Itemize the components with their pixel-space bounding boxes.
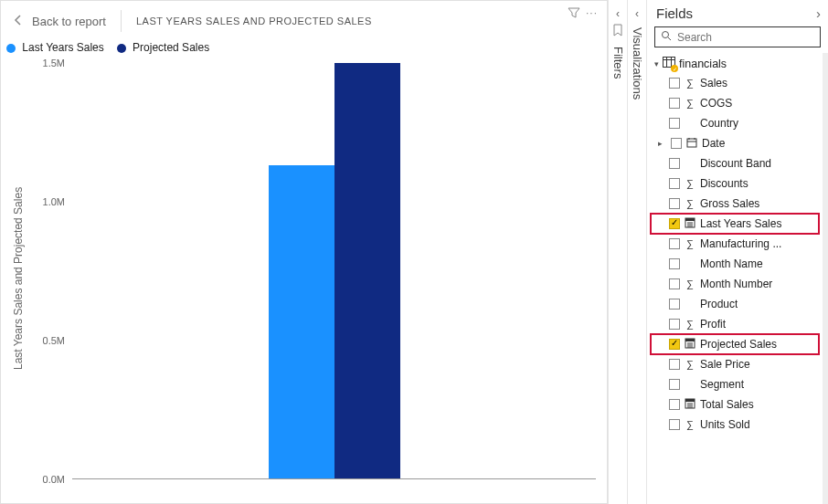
field-checkbox[interactable]	[669, 359, 680, 370]
field-checkbox[interactable]	[669, 78, 680, 89]
field-row[interactable]: ∑Sales	[651, 73, 823, 93]
field-row[interactable]: Month Name	[651, 254, 823, 274]
field-checkbox[interactable]	[669, 319, 680, 330]
chevron-left-icon: ‹	[609, 7, 627, 20]
field-name: Discounts	[700, 177, 748, 190]
sigma-icon: ∑	[684, 98, 696, 109]
legend-swatch-icon	[117, 44, 126, 53]
field-checkbox[interactable]	[669, 258, 680, 269]
search-box[interactable]	[654, 26, 821, 47]
visualizations-pane-collapsed[interactable]: ‹ Visualizations	[627, 0, 646, 504]
more-options-icon[interactable]: ···	[586, 6, 598, 22]
y-tick: 1.0M	[32, 196, 65, 207]
field-checkbox[interactable]	[669, 419, 680, 430]
field-checkbox[interactable]	[669, 218, 680, 229]
legend-item[interactable]: Last Years Sales	[6, 41, 104, 54]
field-name: Total Sales	[700, 398, 754, 411]
field-name: Country	[700, 117, 738, 130]
field-checkbox[interactable]	[669, 118, 680, 129]
field-row[interactable]: ∑COGS	[651, 93, 823, 113]
legend-swatch-icon	[6, 44, 16, 53]
field-name: Manufacturing ...	[700, 237, 781, 250]
field-row[interactable]: ▸Date	[651, 133, 823, 153]
sigma-icon: ∑	[684, 238, 696, 249]
svg-rect-11	[685, 218, 695, 221]
sigma-icon: ∑	[684, 319, 696, 330]
field-row[interactable]: ∑Manufacturing ...	[651, 234, 823, 254]
field-row[interactable]: ∑Gross Sales	[651, 194, 823, 214]
field-row[interactable]: ∑Discounts	[651, 173, 823, 194]
back-to-report-button[interactable]: Back to report	[14, 14, 106, 29]
chart-legend: Last Years Sales Projected Sales	[1, 37, 607, 56]
report-visual-area: Back to report LAST YEARS SALES AND PROJ…	[0, 0, 608, 504]
bar[interactable]	[269, 165, 334, 478]
field-name: Segment	[700, 378, 744, 391]
field-name: Month Name	[700, 257, 763, 270]
y-axis-label: Last Years Sales and Projected Sales	[8, 63, 28, 494]
field-name: Product	[700, 298, 738, 310]
chevron-right-icon[interactable]: ›	[816, 5, 821, 21]
sigma-icon: ∑	[684, 78, 696, 89]
field-checkbox[interactable]	[669, 339, 680, 350]
legend-item[interactable]: Projected Sales	[117, 41, 209, 54]
svg-rect-21	[685, 399, 695, 402]
chart-plot[interactable]: 1.5M 1.0M 0.5M 0.0M	[32, 63, 598, 494]
svg-line-1	[668, 37, 671, 40]
field-checkbox[interactable]	[669, 98, 680, 109]
legend-label: Projected Sales	[133, 41, 209, 54]
svg-rect-16	[685, 339, 695, 341]
field-row[interactable]: Last Years Sales	[651, 214, 819, 234]
field-row[interactable]: ∑Month Number	[651, 274, 823, 294]
field-row[interactable]: ∑Units Sold	[651, 415, 823, 435]
bar[interactable]	[334, 63, 400, 478]
field-row[interactable]: Segment	[651, 374, 823, 394]
search-input[interactable]	[677, 31, 814, 44]
chevron-left-icon	[14, 14, 23, 29]
field-row[interactable]: ∑Profit	[651, 314, 823, 334]
bookmark-icon	[609, 24, 627, 39]
svg-point-0	[663, 32, 669, 38]
field-checkbox[interactable]	[669, 238, 680, 249]
sigma-icon: ∑	[684, 359, 696, 370]
visualizations-label: Visualizations	[631, 27, 644, 100]
measure-icon	[684, 217, 696, 230]
sigma-icon: ∑	[684, 198, 696, 209]
field-row[interactable]: Product	[651, 294, 823, 314]
filter-icon[interactable]	[568, 6, 580, 22]
measure-icon	[684, 398, 696, 411]
field-checkbox[interactable]	[669, 158, 680, 169]
field-name: Month Number	[700, 278, 772, 290]
field-checkbox[interactable]	[669, 178, 680, 189]
field-checkbox[interactable]	[669, 278, 680, 289]
field-name: Projected Sales	[700, 338, 777, 351]
sigma-icon: ∑	[684, 419, 696, 430]
field-row[interactable]: ∑Sale Price	[651, 354, 823, 374]
sigma-icon: ∑	[684, 278, 696, 289]
field-name: Sales	[700, 77, 727, 89]
table-node[interactable]: ▾ ✓ financials	[651, 55, 823, 73]
calendar-icon	[685, 137, 698, 150]
sigma-icon: ∑	[684, 178, 696, 189]
chart-wrap: Last Years Sales and Projected Sales 1.5…	[1, 56, 607, 503]
field-row[interactable]: Total Sales	[651, 394, 823, 415]
y-ticks: 1.5M 1.0M 0.5M 0.0M	[32, 63, 69, 479]
table-name: financials	[679, 58, 727, 70]
field-checkbox[interactable]	[669, 198, 680, 209]
filters-pane-collapsed[interactable]: ‹ Filters	[608, 0, 627, 504]
field-checkbox[interactable]	[669, 299, 680, 310]
field-checkbox[interactable]	[669, 379, 680, 390]
chevron-left-icon: ‹	[628, 7, 646, 20]
field-row[interactable]: Projected Sales	[651, 334, 819, 354]
field-row[interactable]: Discount Band	[651, 153, 823, 173]
y-tick: 1.5M	[32, 58, 65, 68]
fields-tree[interactable]: ▾ ✓ financials ∑Sales∑COGSCountry▸DateDi…	[647, 53, 828, 504]
field-row[interactable]: Country	[651, 113, 823, 133]
bar-group	[269, 63, 400, 478]
field-checkbox[interactable]	[669, 399, 680, 410]
field-name: Gross Sales	[700, 197, 759, 210]
field-checkbox[interactable]	[671, 138, 682, 149]
field-name: Units Sold	[700, 418, 750, 431]
plot-inner	[72, 63, 596, 479]
visual-header: Back to report LAST YEARS SALES AND PROJ…	[1, 1, 607, 37]
fields-title: Fields	[656, 5, 693, 21]
